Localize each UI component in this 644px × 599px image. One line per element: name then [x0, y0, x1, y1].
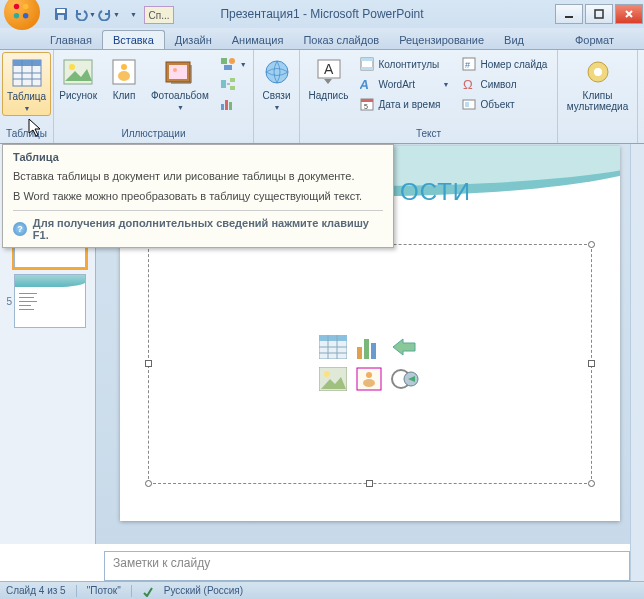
- textbox-icon: A: [313, 56, 345, 88]
- svg-rect-23: [221, 58, 227, 64]
- resize-handle-bl[interactable]: [145, 480, 152, 487]
- object-button[interactable]: Объект: [458, 94, 550, 114]
- resize-handle-br[interactable]: [588, 480, 595, 487]
- links-icon: [261, 56, 293, 88]
- vertical-scrollbar[interactable]: [630, 144, 644, 581]
- svg-point-60: [324, 371, 330, 377]
- slidenumber-button[interactable]: #Номер слайда: [458, 54, 550, 74]
- svg-point-19: [118, 71, 130, 81]
- svg-point-22: [173, 68, 177, 72]
- photoalbum-button[interactable]: Фотоальбом▼: [147, 52, 213, 114]
- svg-rect-27: [230, 78, 235, 82]
- table-button[interactable]: Таблица▼: [2, 52, 51, 116]
- tab-animation[interactable]: Анимация: [222, 31, 294, 49]
- undo-icon: [74, 7, 88, 21]
- clip-button[interactable]: Клип: [103, 52, 145, 103]
- datetime-button[interactable]: 5Дата и время: [356, 94, 452, 114]
- insert-chart-icon[interactable]: [355, 335, 383, 361]
- svg-rect-36: [361, 58, 373, 61]
- headerfooter-icon: [359, 56, 375, 72]
- info-icon: ?: [13, 222, 27, 236]
- table-label: Таблица: [7, 91, 46, 102]
- symbol-button[interactable]: ΩСимвол: [458, 74, 550, 94]
- chart-button[interactable]: [217, 94, 250, 114]
- svg-rect-6: [58, 15, 64, 20]
- svg-point-24: [229, 58, 235, 64]
- links-button[interactable]: Связи▼: [256, 52, 298, 114]
- svg-rect-57: [364, 339, 369, 359]
- insert-clipart-icon[interactable]: [355, 367, 383, 393]
- svg-point-48: [594, 68, 602, 76]
- tab-design[interactable]: Дизайн: [165, 31, 222, 49]
- tooltip-help: Для получения дополнительных сведений на…: [33, 217, 383, 241]
- svg-rect-46: [465, 102, 469, 107]
- textbox-label: Надпись: [309, 90, 349, 101]
- tab-slideshow[interactable]: Показ слайдов: [293, 31, 389, 49]
- clip-label: Клип: [113, 90, 136, 101]
- table-icon: [11, 57, 43, 89]
- tab-review[interactable]: Рецензирование: [389, 31, 494, 49]
- svg-point-0: [14, 4, 20, 10]
- save-icon: [54, 7, 68, 21]
- qat-save[interactable]: [50, 4, 72, 24]
- insert-picture-icon[interactable]: [319, 367, 347, 393]
- qat-redo[interactable]: ▼: [98, 4, 120, 24]
- group-illustrations-label: Иллюстрации: [58, 126, 249, 141]
- svg-rect-37: [361, 67, 373, 70]
- picture-button[interactable]: Рисунок: [55, 52, 101, 103]
- svg-rect-10: [13, 60, 41, 66]
- resize-handle-l[interactable]: [145, 360, 152, 367]
- svg-text:Ω: Ω: [463, 77, 473, 91]
- tab-home[interactable]: Главная: [40, 31, 102, 49]
- title-bar: ▼ ▼ ▼ Презентация1 - Microsoft PowerPoin…: [0, 0, 644, 28]
- slide-title-text: ОСТИ: [400, 178, 471, 206]
- svg-rect-21: [169, 65, 187, 79]
- thumbnail-5[interactable]: ▬▬▬▬▬▬▬▬▬▬▬▬▬▬▬▬▬▬▬▬▬▬▬▬▬▬: [14, 274, 86, 328]
- shapes-button[interactable]: ▼: [217, 54, 250, 74]
- status-slide-count: Слайд 4 из 5: [6, 585, 66, 596]
- status-theme: "Поток": [87, 585, 121, 596]
- minimize-button[interactable]: [555, 4, 583, 24]
- close-icon: [624, 9, 634, 19]
- insert-media-icon[interactable]: [391, 367, 419, 393]
- insert-table-icon[interactable]: [319, 335, 347, 361]
- maximize-button[interactable]: [585, 4, 613, 24]
- help-button[interactable]: Сп...: [144, 6, 174, 24]
- object-icon: [461, 96, 477, 112]
- svg-rect-31: [229, 102, 232, 110]
- svg-rect-40: [361, 99, 373, 102]
- qat-undo[interactable]: ▼: [74, 4, 96, 24]
- close-button[interactable]: [615, 4, 643, 24]
- office-icon: [11, 1, 33, 23]
- tab-view[interactable]: Вид: [494, 31, 534, 49]
- textbox-button[interactable]: A Надпись: [305, 52, 353, 103]
- svg-point-16: [69, 64, 75, 70]
- svg-point-1: [23, 4, 28, 10]
- tab-format[interactable]: Формат: [565, 31, 624, 49]
- status-bar: Слайд 4 из 5 "Поток" Русский (Россия): [0, 581, 644, 599]
- svg-rect-29: [221, 104, 224, 110]
- svg-rect-30: [225, 100, 228, 110]
- spellcheck-icon: [142, 585, 154, 597]
- tooltip-body-2: В Word также можно преобразовать в табли…: [13, 189, 383, 203]
- headerfooter-button[interactable]: Колонтитулы: [356, 54, 452, 74]
- media-label: Клипы мультимедиа: [567, 90, 628, 112]
- content-placeholder[interactable]: [148, 244, 592, 484]
- group-tables-label: Таблицы: [4, 126, 49, 141]
- media-button[interactable]: Клипы мультимедиа: [563, 52, 632, 114]
- resize-handle-tr[interactable]: [588, 241, 595, 248]
- svg-rect-5: [57, 9, 65, 13]
- resize-handle-b[interactable]: [366, 480, 373, 487]
- office-button[interactable]: [4, 0, 40, 30]
- qat-customize[interactable]: ▼: [122, 4, 144, 24]
- resize-handle-r[interactable]: [588, 360, 595, 367]
- notes-pane[interactable]: Заметки к слайду: [104, 551, 630, 581]
- group-links-label: [258, 137, 295, 141]
- tab-insert[interactable]: Вставка: [102, 30, 165, 49]
- photoalbum-label: Фотоальбом: [151, 90, 209, 101]
- insert-smartart-icon[interactable]: [391, 335, 419, 361]
- svg-rect-51: [319, 335, 347, 341]
- svg-rect-25: [224, 65, 232, 70]
- smartart-button[interactable]: [217, 74, 250, 94]
- wordart-button[interactable]: AWordArt▼: [356, 74, 452, 94]
